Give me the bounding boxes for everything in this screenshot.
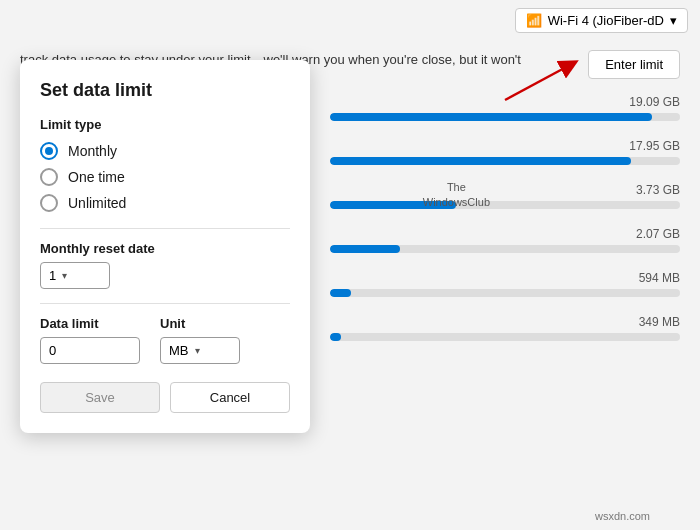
data-row-label-3: 2.07 GB <box>636 227 680 241</box>
save-button[interactable]: Save <box>40 382 160 413</box>
progress-bar-bg-4 <box>330 289 680 297</box>
progress-bar-bg-5 <box>330 333 680 341</box>
watermark-line2: WindowsClub <box>423 196 490 208</box>
reset-date-label: Monthly reset date <box>40 241 290 256</box>
data-limit-unit-row: Data limit Unit MB ▾ <box>40 316 290 364</box>
radio-onetime[interactable]: One time <box>40 168 290 186</box>
data-row-label-4: 594 MB <box>639 271 680 285</box>
data-rows: 19.09 GB 17.95 GB 3.73 GB 2.07 GB 594 MB <box>330 95 680 359</box>
progress-bar-fill-1 <box>330 157 631 165</box>
progress-bar-fill-0 <box>330 113 652 121</box>
reset-date-select[interactable]: 1 ▾ <box>40 262 110 289</box>
divider-1 <box>40 228 290 229</box>
data-row-0: 19.09 GB <box>330 95 680 121</box>
unit-value: MB <box>169 343 189 358</box>
watermark: The WindowsClub <box>423 180 490 211</box>
radio-group-limit-type: Monthly One time Unlimited <box>40 142 290 212</box>
reset-date-value: 1 <box>49 268 56 283</box>
chevron-down-icon: ▾ <box>670 13 677 28</box>
limit-type-label: Limit type <box>40 117 290 132</box>
radio-dot-monthly <box>45 147 53 155</box>
data-row-5: 349 MB <box>330 315 680 341</box>
data-row-label-1: 17.95 GB <box>629 139 680 153</box>
data-row-label-0: 19.09 GB <box>629 95 680 109</box>
data-row-3: 2.07 GB <box>330 227 680 253</box>
data-row-1: 17.95 GB <box>330 139 680 165</box>
radio-circle-unlimited <box>40 194 58 212</box>
progress-bar-fill-5 <box>330 333 341 341</box>
unit-chevron: ▾ <box>195 345 200 356</box>
unit-select[interactable]: MB ▾ <box>160 337 240 364</box>
data-row-label-5: 349 MB <box>639 315 680 329</box>
progress-bar-bg-2 <box>330 201 680 209</box>
radio-label-unlimited: Unlimited <box>68 195 126 211</box>
watermark-line1: The <box>447 181 466 193</box>
wifi-dropdown[interactable]: 📶 Wi-Fi 4 (JioFiber-dD ▾ <box>515 8 688 33</box>
progress-bar-fill-4 <box>330 289 351 297</box>
cancel-button[interactable]: Cancel <box>170 382 290 413</box>
modal-footer: Save Cancel <box>40 382 290 413</box>
reset-date-chevron: ▾ <box>62 270 67 281</box>
top-bar: 📶 Wi-Fi 4 (JioFiber-dD ▾ <box>0 0 700 40</box>
modal-dialog: Set data limit Limit type Monthly One ti… <box>20 60 310 433</box>
radio-unlimited[interactable]: Unlimited <box>40 194 290 212</box>
radio-monthly[interactable]: Monthly <box>40 142 290 160</box>
radio-label-monthly: Monthly <box>68 143 117 159</box>
data-row-4: 594 MB <box>330 271 680 297</box>
data-row-label-2: 3.73 GB <box>636 183 680 197</box>
enter-limit-button[interactable]: Enter limit <box>588 50 680 79</box>
progress-bar-bg-1 <box>330 157 680 165</box>
progress-bar-bg-3 <box>330 245 680 253</box>
progress-bar-fill-3 <box>330 245 400 253</box>
data-limit-label: Data limit <box>40 316 140 331</box>
reset-date-row: Monthly reset date 1 ▾ <box>40 241 290 289</box>
unit-col: Unit MB ▾ <box>160 316 240 364</box>
wsxdn-watermark: wsxdn.com <box>595 510 650 522</box>
data-limit-col: Data limit <box>40 316 140 364</box>
radio-circle-monthly <box>40 142 58 160</box>
wifi-icon: 📶 <box>526 13 542 28</box>
divider-2 <box>40 303 290 304</box>
radio-label-onetime: One time <box>68 169 125 185</box>
data-limit-input[interactable] <box>40 337 140 364</box>
radio-circle-onetime <box>40 168 58 186</box>
data-row-2: 3.73 GB <box>330 183 680 209</box>
wifi-label: Wi-Fi 4 (JioFiber-dD <box>548 13 664 28</box>
progress-bar-bg-0 <box>330 113 680 121</box>
modal-title: Set data limit <box>40 80 290 101</box>
unit-label: Unit <box>160 316 240 331</box>
